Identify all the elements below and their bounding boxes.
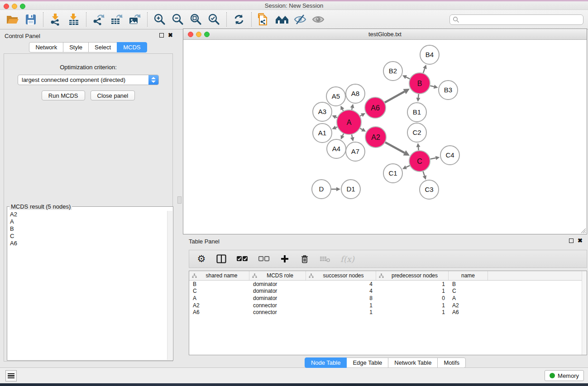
network-edge-A6-B[interactable] <box>385 91 405 102</box>
tab-style[interactable]: Style <box>63 42 89 52</box>
network-edge-A-A4[interactable] <box>343 133 344 136</box>
save-session-button[interactable] <box>22 11 40 28</box>
network-edge-A-A2[interactable] <box>360 129 362 130</box>
tab-mcds[interactable]: MCDS <box>117 42 147 52</box>
network-edge-A-A6[interactable] <box>360 115 362 116</box>
column-layout-button[interactable] <box>216 253 226 264</box>
node-label: C4 <box>445 151 454 159</box>
result-item[interactable]: C <box>8 233 167 240</box>
open-session-button[interactable] <box>4 11 22 28</box>
float-table-panel-icon[interactable] <box>569 238 574 243</box>
node-label: A2 <box>371 133 380 141</box>
select-all-button[interactable] <box>236 253 248 264</box>
network-edge-A-A1[interactable] <box>336 127 337 128</box>
import-table-button[interactable] <box>65 11 83 28</box>
table-row[interactable]: Bdominator41B <box>189 281 587 288</box>
show-graphics-details-button[interactable] <box>309 11 327 28</box>
result-scrollbar[interactable] <box>167 211 172 360</box>
refresh-button[interactable] <box>230 11 248 28</box>
attribute-tree-icon <box>192 273 197 278</box>
column-header[interactable]: predecessor nodes <box>376 271 449 280</box>
column-header[interactable]: name <box>449 271 488 280</box>
result-item[interactable]: A2 <box>8 211 167 218</box>
network-edge-B-B3[interactable] <box>430 86 434 87</box>
column-header[interactable]: successor nodes <box>306 271 376 280</box>
columns-icon <box>216 254 226 263</box>
export-image-button[interactable] <box>126 11 144 28</box>
import-network-button[interactable] <box>47 11 65 28</box>
node-label: C <box>417 157 422 165</box>
zoom-out-button[interactable] <box>169 11 187 28</box>
network-edge-C-C1[interactable] <box>406 166 410 167</box>
network-file-button[interactable] <box>255 11 273 28</box>
column-settings-button[interactable]: ⚙ <box>196 253 206 264</box>
tab-motifs[interactable]: Motifs <box>437 357 466 368</box>
search-input[interactable] <box>449 14 583 25</box>
zoom-in-button[interactable] <box>151 11 169 28</box>
network-edge-A-A3[interactable] <box>336 117 337 118</box>
status-bar: Memory <box>0 367 588 383</box>
network-edge-A-A5[interactable] <box>343 110 344 111</box>
table-scrollbar[interactable] <box>582 271 587 355</box>
control-panel-title: Control Panel <box>5 33 40 39</box>
result-item[interactable]: B <box>8 225 167 233</box>
tab-network-table[interactable]: Network Table <box>388 357 438 368</box>
network-edge-C-C3[interactable] <box>423 172 425 176</box>
export-network-button[interactable] <box>90 11 108 28</box>
home-button[interactable] <box>273 11 291 28</box>
result-item[interactable]: A6 <box>8 240 167 247</box>
float-panel-icon[interactable] <box>159 33 164 38</box>
eye-icon <box>311 14 325 25</box>
table-row[interactable]: Cdominator41C <box>189 288 587 295</box>
table-row[interactable]: Adominator80A <box>189 295 587 302</box>
table-cell: 1 <box>306 302 376 309</box>
network-window-titlebar[interactable]: testGlobe.txt <box>183 29 587 40</box>
close-table-panel-icon[interactable]: ✖ <box>578 238 583 243</box>
tab-select[interactable]: Select <box>88 42 117 52</box>
table-row[interactable]: A2connector11A2 <box>189 302 587 309</box>
memory-button[interactable]: Memory <box>545 370 584 381</box>
table-row[interactable]: A6connector11A6 <box>189 309 587 316</box>
table-cell: 0 <box>376 295 449 301</box>
task-history-button[interactable] <box>5 370 17 381</box>
network-edge-A-A7[interactable] <box>352 134 352 137</box>
network-edge-C-C4[interactable] <box>430 158 436 159</box>
tab-edge-table[interactable]: Edge Table <box>346 357 388 368</box>
network-edge-B-B2[interactable] <box>406 77 410 79</box>
table-toolbar: ⚙ <box>189 250 587 268</box>
mcds-result-list: A2ABCA6 <box>8 211 167 360</box>
run-mcds-button[interactable]: Run MCDS <box>42 91 85 100</box>
vertical-splitter-grip[interactable] <box>177 196 182 204</box>
network-edge-A-A8[interactable] <box>352 108 352 110</box>
close-panel-button[interactable]: Close panel <box>91 91 135 100</box>
edge-arrowhead-icon <box>423 65 426 69</box>
export-table-button[interactable] <box>108 11 126 28</box>
node-label: B <box>417 80 422 87</box>
network-edge-B-B4[interactable] <box>423 68 425 73</box>
tab-node-table[interactable]: Node Table <box>305 357 347 368</box>
edge-arrowhead-icon <box>350 104 354 108</box>
add-column-button[interactable] <box>280 253 290 264</box>
network-edge-C-C2[interactable] <box>418 147 419 150</box>
node-label: B1 <box>413 108 421 116</box>
close-panel-icon[interactable]: ✖ <box>168 33 173 38</box>
hide-graphics-details-button[interactable] <box>291 11 309 28</box>
zoom-in-icon <box>153 13 166 26</box>
resize-grip-icon[interactable] <box>580 227 586 234</box>
tab-network[interactable]: Network <box>29 42 63 52</box>
table-cell: 1 <box>376 309 449 315</box>
deselect-all-button[interactable] <box>258 253 270 264</box>
edge-arrowhead-icon <box>416 98 421 102</box>
zoom-selected-button[interactable] <box>205 11 223 28</box>
network-edge-B-B1[interactable] <box>418 94 419 98</box>
criterion-dropdown[interactable]: largest connected component (directed) <box>18 75 159 85</box>
zoom-fit-button[interactable] <box>187 11 205 28</box>
trash-icon <box>301 255 308 263</box>
column-header[interactable]: MCDS role <box>249 271 306 280</box>
delete-column-button[interactable] <box>300 253 310 264</box>
network-edge-A2-C[interactable] <box>385 143 405 153</box>
result-item[interactable]: A <box>8 218 167 225</box>
column-header[interactable]: shared name <box>189 271 249 280</box>
network-canvas[interactable]: B4B2BB3A5A8A6A3B1AC2A1A2A4A7C4CC1DD1C3 <box>183 40 587 234</box>
zoom-out-icon <box>172 13 184 26</box>
